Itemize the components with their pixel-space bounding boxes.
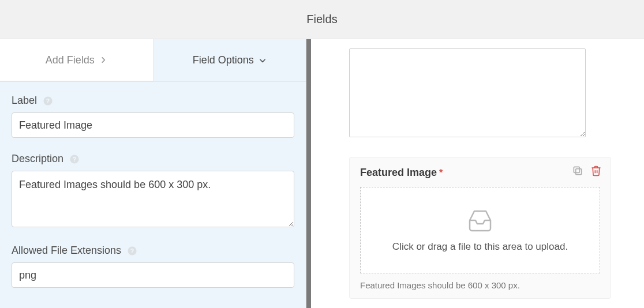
inbox-icon	[466, 208, 494, 232]
page-header: Fields	[0, 0, 644, 39]
card-title: Featured Image	[360, 167, 437, 179]
svg-text:?: ?	[130, 247, 134, 254]
svg-rect-6	[576, 169, 582, 175]
tab-add-fields-label: Add Fields	[46, 54, 95, 66]
description-row: Description ?	[12, 153, 294, 230]
required-indicator: *	[439, 168, 443, 178]
svg-rect-7	[574, 167, 579, 172]
description-field-label: Description ?	[12, 153, 294, 165]
help-icon[interactable]: ?	[43, 96, 53, 106]
card-actions	[571, 164, 602, 177]
trash-icon	[590, 165, 602, 176]
copy-icon	[572, 165, 583, 176]
duplicate-button[interactable]	[571, 164, 584, 177]
allowed-ext-field-label: Allowed File Extensions ?	[12, 245, 294, 257]
file-dropzone[interactable]: Click or drag a file to this area to upl…	[360, 187, 600, 273]
tab-add-fields[interactable]: Add Fields	[0, 39, 153, 81]
description-text: Description	[12, 153, 63, 165]
allowed-ext-row: Allowed File Extensions ?	[12, 245, 294, 288]
label-field-label: Label ?	[12, 95, 294, 107]
help-icon[interactable]: ?	[69, 154, 80, 164]
description-input[interactable]	[12, 171, 294, 227]
field-settings-panel: Add Fields Field Options Label ?	[0, 39, 306, 308]
delete-button[interactable]	[590, 164, 602, 177]
preview-textarea-above[interactable]	[349, 48, 586, 137]
panel-tabs: Add Fields Field Options	[0, 39, 306, 82]
svg-text:?: ?	[46, 97, 50, 104]
chevron-down-icon	[259, 57, 267, 65]
card-header: Featured Image *	[360, 167, 600, 179]
form-preview-panel: Featured Image *	[311, 39, 644, 308]
card-description: Featured Images should be 600 x 300 px.	[360, 280, 600, 290]
form-body: Label ? Description ?	[0, 82, 306, 288]
label-input[interactable]	[12, 112, 294, 138]
tab-field-options-label: Field Options	[193, 54, 254, 66]
allowed-ext-text: Allowed File Extensions	[12, 245, 121, 257]
svg-text:?: ?	[73, 155, 76, 162]
allowed-ext-input[interactable]	[12, 262, 294, 288]
page-title: Fields	[306, 13, 337, 26]
tab-field-options[interactable]: Field Options	[153, 39, 306, 81]
chevron-right-icon	[99, 56, 107, 64]
label-row: Label ?	[12, 95, 294, 138]
help-icon[interactable]: ?	[127, 246, 137, 256]
dropzone-text: Click or drag a file to this area to upl…	[392, 241, 568, 253]
panel-divider[interactable]	[306, 39, 311, 308]
label-text: Label	[12, 95, 37, 107]
featured-image-field-card[interactable]: Featured Image *	[349, 157, 611, 299]
main-split: Add Fields Field Options Label ?	[0, 39, 644, 308]
